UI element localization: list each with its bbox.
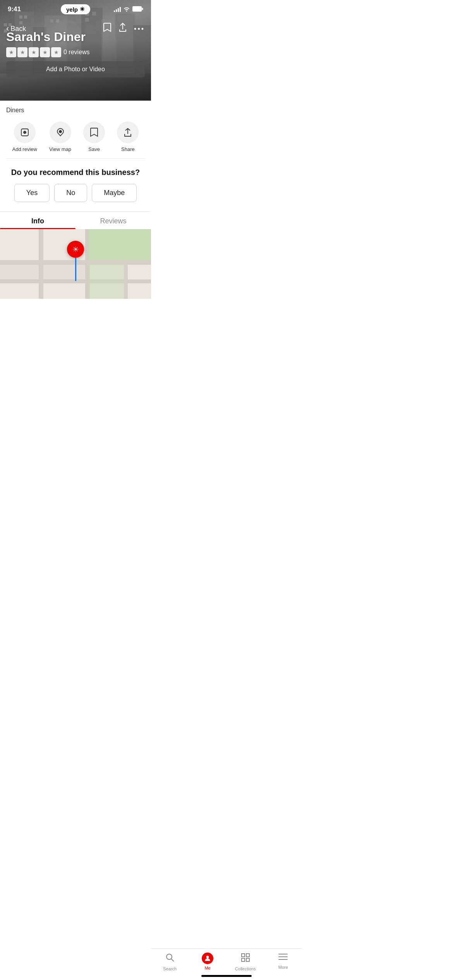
status-bar: 9:41 yelp ✳ bbox=[0, 0, 151, 15]
star-3: ★ bbox=[29, 47, 39, 57]
add-review-button[interactable]: Add review bbox=[12, 122, 37, 152]
category-section: Diners bbox=[0, 101, 151, 115]
map-pin-yelp-icon: ✳ bbox=[72, 245, 79, 254]
star-1: ★ bbox=[6, 47, 16, 57]
view-map-icon bbox=[50, 122, 71, 143]
save-label: Save bbox=[88, 146, 100, 152]
share-action-label: Share bbox=[121, 146, 135, 152]
recommend-question: Do you recommend this business? bbox=[6, 168, 145, 177]
tab-reviews-label: Reviews bbox=[100, 217, 126, 225]
star-2: ★ bbox=[17, 47, 27, 57]
wifi-icon bbox=[123, 6, 130, 13]
share-action-icon bbox=[117, 122, 139, 143]
svg-point-27 bbox=[60, 131, 61, 132]
share-action-button[interactable]: Share bbox=[117, 122, 139, 152]
yelp-label: yelp bbox=[66, 6, 78, 13]
star-4: ★ bbox=[40, 47, 50, 57]
tab-info-label: Info bbox=[31, 217, 44, 225]
add-review-icon bbox=[14, 122, 36, 143]
view-map-label: View map bbox=[49, 146, 71, 152]
map-area[interactable]: ✳ bbox=[0, 229, 151, 299]
status-time: 9:41 bbox=[8, 5, 21, 13]
svg-rect-35 bbox=[89, 264, 124, 299]
save-button[interactable]: Save bbox=[83, 122, 105, 152]
add-review-label: Add review bbox=[12, 146, 37, 152]
map-pin-circle: ✳ bbox=[67, 241, 84, 258]
action-buttons-row: Add review View map Save bbox=[0, 115, 151, 158]
yelp-pill: yelp ✳ bbox=[61, 4, 90, 14]
status-indicators bbox=[114, 6, 143, 13]
signal-bars bbox=[114, 7, 121, 12]
battery-icon bbox=[132, 6, 143, 13]
hero-section: 9:41 yelp ✳ bbox=[0, 0, 151, 101]
hero-content: Sarah's Diner ★ ★ ★ ★ ★ 0 reviews Add a … bbox=[6, 30, 145, 77]
add-photo-button[interactable]: Add a Photo or Video bbox=[6, 61, 145, 77]
tab-info[interactable]: Info bbox=[0, 212, 76, 229]
star-rating: ★ ★ ★ ★ ★ bbox=[6, 47, 61, 57]
tabs-row: Info Reviews bbox=[0, 212, 151, 229]
view-map-button[interactable]: View map bbox=[49, 122, 71, 152]
yelp-burst-icon: ✳ bbox=[80, 6, 85, 13]
svg-rect-37 bbox=[0, 265, 39, 279]
svg-rect-34 bbox=[89, 229, 151, 260]
svg-rect-22 bbox=[133, 6, 142, 11]
map-pin: ✳ bbox=[67, 241, 84, 281]
business-name: Sarah's Diner bbox=[6, 30, 145, 44]
recommend-section: Do you recommend this business? Yes No M… bbox=[0, 159, 151, 211]
maybe-button[interactable]: Maybe bbox=[92, 184, 137, 202]
svg-rect-23 bbox=[142, 8, 143, 10]
save-icon bbox=[83, 122, 105, 143]
svg-rect-31 bbox=[39, 229, 43, 299]
yes-button[interactable]: Yes bbox=[14, 184, 50, 202]
review-count: 0 reviews bbox=[63, 49, 90, 56]
tab-reviews[interactable]: Reviews bbox=[76, 212, 151, 229]
rating-row: ★ ★ ★ ★ ★ 0 reviews bbox=[6, 47, 145, 57]
recommend-buttons: Yes No Maybe bbox=[6, 184, 145, 202]
no-button[interactable]: No bbox=[54, 184, 87, 202]
tabs-section: Info Reviews bbox=[0, 211, 151, 229]
category-label: Diners bbox=[6, 107, 24, 113]
map-pin-stem bbox=[75, 258, 76, 281]
star-5: ★ bbox=[51, 47, 61, 57]
